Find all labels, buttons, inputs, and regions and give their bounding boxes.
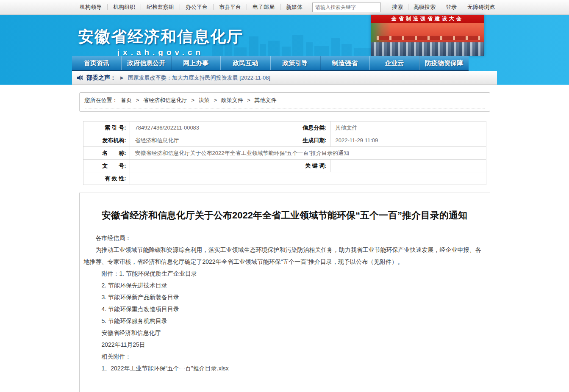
breadcrumb-other-docs[interactable]: 其他文件 [255,97,277,103]
topbar-link-email[interactable]: 电子邮局 [247,4,280,10]
meta-name-value: 安徽省经济和信息化厅关于公布2022年全省工业领域节能环保“五个一百”推介目录的… [130,147,486,160]
article-paragraph: 为推动工业领域节能降碳和资源综合利用，落实工业领域生态环境保护和污染防治相关任务… [84,244,486,268]
dotted-divider [85,108,485,108]
table-row: 发布机构: 省经济和信息化厅 生成日期: 2022-11-29 11:09 [83,134,486,147]
conference-photo-audience [371,42,484,56]
topbar-search-area: 搜索 高级搜索 登录 无障碍浏览 [312,3,500,12]
related-attachments-label: 相关附件： [84,351,486,362]
topbar-link-new-media[interactable]: 新媒体 [280,4,308,10]
nav-item-enterprise-cloud[interactable]: 企业云 [369,56,419,70]
breadcrumb-separator: > [192,97,195,103]
breadcrumb-policy-docs[interactable]: 政策文件 [221,97,243,103]
arrow-right-icon: ▶ [120,75,124,80]
meta-publisher-label: 发布机构: [83,134,130,147]
meta-category-label: 信息分类: [285,121,330,134]
breadcrumb-decision[interactable]: 决策 [199,97,210,103]
meta-date-value: 2022-11-29 11:09 [330,134,486,147]
nav-item-home-news[interactable]: 首页资讯 [72,56,121,70]
breadcrumb-separator: > [247,97,250,103]
table-row: 文 号: 关 键 词: [83,160,486,172]
breadcrumb: 您所在位置： 首页 > 省经济和信息化厅 > 决策 > 政策文件 > 其他文件 [85,97,485,104]
meta-validity-label: 有 效 性: [83,172,130,185]
conference-photo-caption: 全省制造强省建设大会 [371,15,484,23]
attachment-list-item: 2. 节能环保先进技术目录 [84,279,486,291]
login-link[interactable]: 登录 [441,4,462,10]
attachment-list-item: 附件：1. 节能环保优质生产企业目录 [84,268,486,279]
document-meta-table: 索 引 号: 784927436/202211-00083 信息分类: 其他文件… [83,121,486,185]
table-row: 索 引 号: 784927436/202211-00083 信息分类: 其他文件 [83,121,486,134]
nav-item-online-services[interactable]: 网上办事 [171,56,220,70]
header-band: 安徽省经济和信息化厅 jx.ah.gov.cn 全省制造强省建设大会 首页资讯 … [0,15,569,85]
meta-index-label: 索 引 号: [83,121,130,134]
nav-item-epidemic-supplies[interactable]: 防疫物资保障 [419,56,469,70]
article-body: 各市经信局： 为推动工业领域节能降碳和资源综合利用，落实工业领域生态环境保护和污… [84,232,486,374]
attachment-list-item: 4. 节能环保重点改造项目目录 [84,303,486,315]
meta-keyword-label: 关 键 词: [285,160,330,172]
meta-index-value: 784927436/202211-00083 [130,121,285,134]
ticker-label: 部委之声： [86,74,116,82]
topbar-links: 机构领导 机构组织 纪检监察组 办公平台 市县平台 电子邮局 新媒体 [74,4,308,10]
topbar-link-organization[interactable]: 机构组织 [108,4,141,10]
meta-validity-value [130,172,486,185]
attachment-list-item: 5. 节能环保服务机构目录 [84,315,486,327]
nav-item-policy-guidance[interactable]: 政策引导 [270,56,320,70]
table-row: 有 效 性: [83,172,486,185]
advanced-search-link[interactable]: 高级搜索 [408,4,441,10]
ticker-date: [2022-11-08] [239,75,270,81]
meta-keyword-value [330,160,486,172]
breadcrumb-separator: > [214,97,217,103]
article-box: 安徽省经济和信息化厅关于公布2022年全省工业领域节能环保“五个一百”推介目录的… [79,193,490,392]
main-area: 您所在位置： 首页 > 省经济和信息化厅 > 决策 > 政策文件 > 其他文件 … [0,85,569,392]
breadcrumb-prefix: 您所在位置： [85,97,118,103]
speaker-icon [77,75,83,80]
meta-docno-value [130,160,285,172]
accessibility-link[interactable]: 无障碍浏览 [462,4,500,10]
breadcrumb-department[interactable]: 省经济和信息化厅 [143,97,187,103]
main-nav: 首页资讯 政府信息公开 网上办事 政民互动 政策引导 制造强省 企业云 防疫物资… [72,56,469,71]
article-title: 安徽省经济和信息化厅关于公布2022年全省工业领域节能环保“五个一百”推介目录的… [98,208,471,222]
breadcrumb-separator: > [136,97,139,103]
article-date: 2022年11月25日 [84,339,486,351]
topbar-link-city-platform[interactable]: 市县平台 [214,4,247,10]
site-logo[interactable]: 安徽省经济和信息化厅 jx.ah.gov.cn [78,26,243,57]
meta-publisher-value: 省经济和信息化厅 [130,134,285,147]
ticker-headline: 国家发展改革委：加大力度支持民间投资发展 [128,75,238,81]
attachment-list-item: 3. 节能环保新产品新装备目录 [84,291,486,303]
meta-docno-label: 文 号: [83,160,130,172]
breadcrumb-home[interactable]: 首页 [121,97,132,103]
search-button[interactable]: 搜索 [387,4,408,10]
conference-photo-stage [371,23,484,42]
breadcrumb-box: 您所在位置： 首页 > 省经济和信息化厅 > 决策 > 政策文件 > 其他文件 [79,92,490,112]
meta-category-value: 其他文件 [330,121,486,134]
site-banner: 安徽省经济和信息化厅 jx.ah.gov.cn 全省制造强省建设大会 [72,15,497,56]
news-ticker: 部委之声： ▶ 国家发展改革委：加大力度支持民间投资发展 [2022-11-08… [72,71,497,85]
meta-name-label: 名 称: [83,147,130,160]
meta-date-label: 生成日期: [285,134,330,147]
nav-item-interaction[interactable]: 政民互动 [220,56,270,70]
topbar-link-office-platform[interactable]: 办公平台 [180,4,214,10]
attachment-download-link[interactable]: 1、2022年工业节能环保“五个一百”推介目录.xlsx [102,365,229,372]
article-salutation: 各市经信局： [84,232,486,244]
table-row: 名 称: 安徽省经济和信息化厅关于公布2022年全省工业领域节能环保“五个一百”… [83,147,486,160]
ticker-headline-link[interactable]: 国家发展改革委：加大力度支持民间投资发展 [2022-11-08] [128,74,270,82]
site-title: 安徽省经济和信息化厅 [78,26,243,47]
top-utility-bar: 机构领导 机构组织 纪检监察组 办公平台 市县平台 电子邮局 新媒体 搜索 高级… [0,0,569,15]
topbar-link-discipline[interactable]: 纪检监察组 [141,4,180,10]
article-signature: 安徽省经济和信息化厅 [84,327,486,339]
topbar-link-leadership[interactable]: 机构领导 [74,4,108,10]
search-input[interactable] [312,3,381,12]
nav-item-gov-info[interactable]: 政府信息公开 [121,56,171,70]
conference-photo: 全省制造强省建设大会 [371,15,484,56]
nav-item-manufacturing[interactable]: 制造强省 [320,56,369,70]
